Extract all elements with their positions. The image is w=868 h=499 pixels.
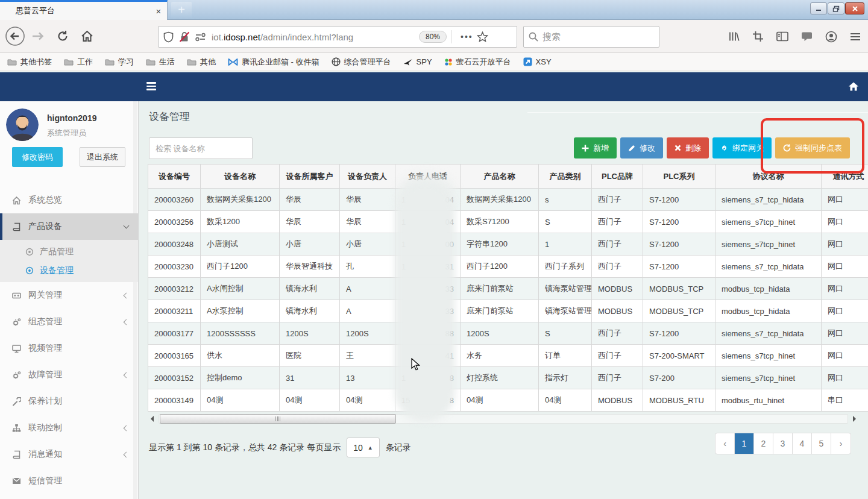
page-2[interactable]: 2 — [754, 433, 773, 454]
table-row[interactable]: 200003177 1200SSSSSS 1200S 1200S 88 1200… — [148, 322, 868, 345]
sidebar-item-message[interactable]: 消息通知 — [0, 441, 138, 468]
page-size-select[interactable]: 10 ▲ — [347, 438, 380, 457]
library-icon[interactable] — [728, 31, 740, 42]
table-row[interactable]: 200003165 供水 医院 王 41 水务 订单 西门子 S7-200-SM… — [148, 345, 868, 367]
sidebar-item-product-mgmt[interactable]: 产品管理 — [0, 242, 138, 261]
tracking-shield-icon[interactable] — [163, 31, 174, 43]
url-bar[interactable]: iot.idosp.net/admin/index.html?lang 80% … — [158, 26, 517, 48]
table-row[interactable]: 200003211 A水泵控制 镇海水利 A 33 庶来门前泵站 镇海泵站管理 … — [148, 300, 868, 322]
bookmark-xsy[interactable]: XSY — [523, 57, 552, 66]
horizontal-scrollbar[interactable] — [148, 414, 859, 424]
cell-comm: 网口 — [822, 211, 868, 233]
insecure-lock-icon[interactable] — [179, 31, 190, 43]
sidebar-item-overview[interactable]: 系统总览 — [0, 187, 138, 213]
add-button[interactable]: 新增 — [574, 137, 617, 158]
forward-button[interactable] — [31, 31, 45, 42]
page-5[interactable]: 5 — [812, 433, 831, 454]
cell-product: 04测 — [461, 389, 539, 412]
sidebars-icon[interactable] — [776, 31, 788, 42]
cell-protocol: modbus_rtu_hinet — [715, 389, 822, 412]
device-search-input[interactable] — [149, 137, 253, 159]
home-button[interactable] — [81, 30, 93, 42]
sidebar-item-product-device[interactable]: 产品设备 — [0, 213, 138, 240]
cell-comm: 网口 — [822, 367, 868, 389]
bookmark-spy[interactable]: SPY — [403, 57, 432, 66]
logout-button[interactable]: 退出系统 — [80, 147, 125, 167]
xsy-icon — [523, 57, 532, 66]
sidebar-item-gateway[interactable]: 网关管理 — [0, 282, 138, 309]
sidebar-item-sms[interactable]: 短信管理 — [0, 468, 138, 494]
browser-window: 思普云平台 × + — [0, 0, 868, 499]
account-icon[interactable] — [825, 31, 837, 43]
scroll-right-arrow[interactable] — [850, 415, 859, 423]
tab-close-icon[interactable]: × — [150, 6, 167, 16]
page-actions-icon[interactable]: ••• — [461, 32, 473, 42]
bookmark-folder-work[interactable]: 工作 — [64, 57, 93, 67]
cell-plc-series: S7-1200 — [643, 189, 715, 211]
table-row[interactable]: 200003260 数据网关采集1200 华辰 华辰 104 数据网关采集120… — [148, 189, 868, 211]
table-row[interactable]: 200003248 小唐测试 小唐 小唐 100 字符串1200 1 西门子 S… — [148, 233, 868, 256]
restore-button[interactable] — [828, 2, 844, 14]
back-button[interactable] — [5, 26, 25, 46]
table-row[interactable]: 200003149 04测 04测 04测 158 04测 04测 MODBUS… — [148, 389, 868, 412]
bookmark-tencent-mail[interactable]: 腾讯企业邮箱 - 收件箱 — [228, 57, 319, 67]
scrollbar-thumb[interactable] — [160, 414, 396, 424]
screenshot-crop-icon[interactable] — [752, 31, 764, 42]
sidebar-item-fault[interactable]: 故障管理 — [0, 362, 138, 388]
bookmark-folder-other[interactable]: 其他书签 — [7, 57, 52, 67]
cell-owner: 1200S — [340, 322, 395, 345]
cell-plc-series: S7-200 — [643, 367, 715, 389]
delete-button[interactable]: 删除 — [667, 137, 709, 158]
sidebar-item-video[interactable]: 视频管理 — [0, 335, 138, 362]
table-row[interactable]: 200003212 A水闸控制 镇海水利 A 33 庶来门前泵站 镇海泵站管理 … — [148, 278, 868, 300]
menu-hamburger-icon[interactable] — [850, 33, 861, 41]
edit-button[interactable]: 修改 — [620, 137, 663, 158]
bookmark-folder-study[interactable]: 学习 — [105, 57, 134, 67]
new-tab-button[interactable]: + — [171, 2, 192, 19]
minimize-button[interactable] — [810, 2, 827, 14]
chat-bubble-icon[interactable] — [801, 31, 813, 42]
zoom-level-badge[interactable]: 80% — [419, 31, 447, 43]
cell-customer: 华辰 — [280, 189, 340, 211]
cell-product: 水务 — [461, 345, 539, 367]
bookmark-ezviz[interactable]: 萤石云开放平台 — [444, 57, 511, 67]
sidebar-item-config[interactable]: 组态管理 — [0, 309, 138, 335]
sidebar-item-device-mgmt[interactable]: 设备管理 — [0, 261, 138, 280]
sidebar-toggle-icon[interactable] — [146, 82, 156, 90]
cell-plc-brand: 西门子 — [592, 256, 643, 278]
page-next[interactable]: › — [831, 433, 851, 454]
page-4[interactable]: 4 — [793, 433, 812, 454]
permissions-icon[interactable] — [195, 33, 206, 42]
table-row[interactable]: 200003256 数采1200 华辰 华辰 104 数采S71200 S 西门… — [148, 211, 868, 233]
table-row[interactable]: 200003230 西门子1200 华辰智通科技 孔 131 西门子1200 西… — [148, 256, 868, 278]
cell-owner: 13 — [340, 367, 395, 389]
cell-product: 数采S71200 — [461, 211, 539, 233]
bookmark-mgmt-platform[interactable]: 综合管理平台 — [332, 57, 391, 67]
records-info-suffix: 条记录 — [386, 442, 411, 453]
cell-device-name: 数采1200 — [201, 211, 280, 233]
table-row[interactable]: 200003152 控制demo 31 13 18 灯控系统 指示灯 西门子 S… — [148, 367, 868, 389]
cell-plc-brand: MODBUS — [592, 300, 643, 322]
sidebar-item-space[interactable]: 空间管理 — [0, 494, 138, 499]
cell-plc-brand: 西门子 — [592, 322, 643, 345]
cell-device-id: 200003152 — [148, 367, 201, 389]
change-password-button[interactable]: 修改密码 — [12, 147, 63, 167]
table-footer: 显示第 1 到第 10 条记录，总共 42 条记录 每页显示 10 ▲ 条记录 … — [149, 432, 856, 456]
page-prev[interactable]: ‹ — [715, 433, 735, 454]
sidebar-item-maintenance[interactable]: 保养计划 — [0, 388, 138, 415]
bookmark-folder-life[interactable]: 生活 — [146, 57, 175, 67]
reload-button[interactable] — [57, 30, 69, 42]
scroll-left-arrow[interactable] — [148, 415, 157, 423]
app-home-icon[interactable] — [848, 81, 859, 92]
browser-search-bar[interactable]: 搜索 — [523, 26, 659, 48]
bookmark-star-icon[interactable] — [477, 31, 488, 42]
page-1[interactable]: 1 — [735, 433, 754, 454]
bookmark-folder-misc[interactable]: 其他 — [187, 57, 216, 67]
cell-owner: A — [340, 278, 395, 300]
sidebar-item-linkage[interactable]: 联动控制 — [0, 415, 138, 441]
browser-tab[interactable]: 思普云平台 × — [0, 0, 168, 20]
column-header: 设备名称 — [201, 165, 280, 189]
page-3[interactable]: 3 — [773, 433, 793, 454]
cell-device-name: A水泵控制 — [201, 300, 280, 322]
close-button[interactable] — [845, 2, 864, 14]
